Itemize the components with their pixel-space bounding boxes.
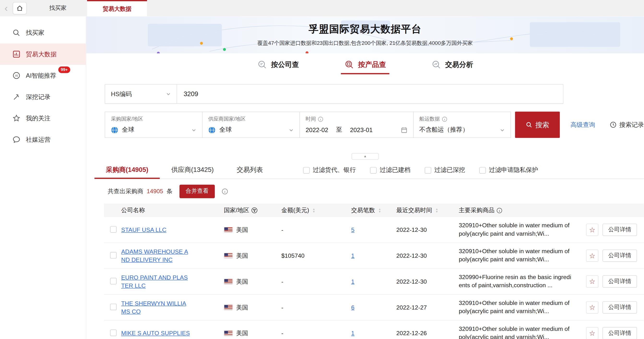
checkbox[interactable] bbox=[303, 167, 310, 173]
home-button[interactable] bbox=[13, 2, 26, 14]
search-history-link[interactable]: 搜索记录 bbox=[610, 121, 644, 129]
sidebar-item-label: 深挖记录 bbox=[26, 93, 51, 101]
tab-suppliers[interactable]: 供应商(13425) bbox=[160, 162, 225, 178]
column-header-deals[interactable]: 交易笔数 ▲▼ bbox=[351, 206, 396, 214]
company-link[interactable]: ADAMS WAREHOUSE AND DELIVERY INC bbox=[121, 247, 190, 264]
sort-icon[interactable]: ▲▼ bbox=[312, 208, 315, 213]
company-search-icon bbox=[257, 59, 267, 69]
row-checkbox[interactable] bbox=[110, 226, 116, 232]
column-label: 国家/地区 bbox=[224, 206, 249, 214]
info-icon[interactable] bbox=[222, 188, 228, 194]
checkbox[interactable] bbox=[370, 167, 377, 173]
amount-cell: - bbox=[282, 227, 351, 233]
amount-cell: - bbox=[282, 278, 351, 285]
table-row: THE SHERWYN WILLIAMS CO 美国 - 6 2022-12-2… bbox=[104, 295, 644, 321]
buyer-country-filter[interactable]: 采购国家/地区 全球 bbox=[104, 112, 202, 138]
company-link[interactable]: THE SHERWYN WILLIAMS CO bbox=[121, 299, 190, 316]
row-checkbox[interactable] bbox=[110, 252, 116, 258]
column-header-last-date[interactable]: 最近交易时间 ▲▼ bbox=[396, 206, 459, 214]
checkbox-cell bbox=[104, 330, 121, 337]
row-checkbox[interactable] bbox=[110, 330, 116, 336]
filter-privacy-protection[interactable]: 过滤申请隐私保护 bbox=[480, 166, 538, 174]
deals-count-link[interactable]: 1 bbox=[351, 253, 355, 259]
country-label: 美国 bbox=[236, 252, 248, 260]
column-header-country[interactable]: 国家/地区 bbox=[224, 206, 282, 214]
tab-trade-big-data[interactable]: 贸易大数据 bbox=[87, 0, 147, 16]
filter-forwarders-banks[interactable]: 过滤货代、银行 bbox=[303, 166, 356, 174]
sidebar-item-ai-recommend[interactable]: AI AI智能推荐 99+ bbox=[0, 65, 86, 86]
sidebar-item-my-follows[interactable]: 我的关注 bbox=[0, 107, 86, 129]
products-text: 320990+Fluorine resin as the basic ingre… bbox=[459, 274, 573, 290]
company-detail-button[interactable]: 公司详情 bbox=[602, 276, 637, 288]
search-query-input[interactable] bbox=[177, 84, 564, 104]
sidebar-item-social-media[interactable]: 社媒运营 bbox=[0, 129, 86, 150]
tab-search-by-company[interactable]: 按公司查 bbox=[257, 59, 299, 74]
company-link[interactable]: MIKE S AUTO SUPPLIES bbox=[121, 329, 190, 338]
products-cell: 320910+Other soluble in water medium of … bbox=[459, 222, 582, 238]
deals-count-link[interactable]: 6 bbox=[351, 304, 355, 311]
row-checkbox[interactable] bbox=[110, 278, 116, 284]
sort-icon[interactable]: ▲▼ bbox=[435, 208, 438, 213]
filter-label: 船运数据 bbox=[420, 116, 440, 123]
back-chevron-icon[interactable]: ‹ bbox=[0, 0, 12, 16]
search-button[interactable]: 搜索 bbox=[515, 112, 560, 138]
sidebar-item-find-buyers[interactable]: 找买家 bbox=[0, 22, 86, 43]
deals-count-link[interactable]: 1 bbox=[351, 330, 355, 336]
sidebar-item-dig-records[interactable]: 深挖记录 bbox=[0, 86, 86, 107]
company-detail-button[interactable]: 公司详情 bbox=[602, 327, 637, 339]
tab-label: 交易列表 bbox=[236, 166, 263, 175]
map-dot bbox=[223, 48, 226, 51]
time-range-filter[interactable]: 时间 2022-02 至 2023-01 bbox=[300, 112, 414, 138]
tab-label: 按公司查 bbox=[271, 60, 299, 69]
tab-search-by-product[interactable]: 按产品查 bbox=[344, 59, 386, 74]
hs-code-select[interactable]: HS编码 bbox=[104, 84, 177, 104]
filter-deep-dug[interactable]: 过滤已深挖 bbox=[425, 166, 465, 174]
tab-label: 交易分析 bbox=[445, 60, 473, 69]
row-checkbox[interactable] bbox=[110, 304, 116, 310]
tab-buyers[interactable]: 采购商(14905) bbox=[94, 162, 160, 178]
tab-trade-analysis[interactable]: 交易分析 bbox=[431, 59, 473, 74]
tab-find-buyers[interactable]: 找买家 bbox=[29, 0, 87, 16]
actions-cell: ☆ 公司详情 bbox=[582, 276, 637, 288]
tab-transactions[interactable]: 交易列表 bbox=[225, 162, 274, 178]
supplier-country-filter[interactable]: 供应商国家/地区 全球 bbox=[202, 112, 300, 138]
country-label: 美国 bbox=[236, 330, 248, 337]
column-header-amount[interactable]: 金额(美元) ▲▼ bbox=[282, 206, 351, 214]
advanced-search-link[interactable]: 高级查询 bbox=[570, 121, 595, 129]
favorite-star-button[interactable]: ☆ bbox=[586, 301, 598, 313]
company-detail-button[interactable]: 公司详情 bbox=[602, 250, 637, 262]
filter-value: 不含船运（推荐） bbox=[420, 126, 468, 134]
sort-icon[interactable]: ▲▼ bbox=[378, 208, 381, 213]
last-date-cell: 2022-12-26 bbox=[396, 330, 459, 336]
banner-subtitle: 覆盖47个国家进口数据和23国出口数据,包含200个国家, 21亿条贸易数据,4… bbox=[86, 39, 644, 47]
merge-view-button[interactable]: 合并查看 bbox=[180, 184, 215, 198]
summary-count: 14905 bbox=[146, 188, 163, 194]
shipping-data-filter[interactable]: 船运数据 不含船运（推荐） bbox=[413, 112, 511, 138]
sidebar-item-trade-big-data[interactable]: 贸易大数据 bbox=[0, 43, 86, 65]
favorite-star-button[interactable]: ☆ bbox=[586, 276, 598, 288]
products-text: 320910+Other soluble in water medium of … bbox=[459, 222, 573, 238]
company-link[interactable]: EURO PAINT AND PLASTER LLC bbox=[121, 273, 190, 290]
deals-count-link[interactable]: 1 bbox=[351, 278, 355, 285]
company-link[interactable]: STAUF USA LLC bbox=[121, 226, 166, 234]
company-detail-button[interactable]: 公司详情 bbox=[602, 224, 637, 236]
deals-count-link[interactable]: 5 bbox=[351, 227, 355, 233]
company-cell: ADAMS WAREHOUSE AND DELIVERY INC bbox=[121, 247, 224, 264]
favorite-star-button[interactable]: ☆ bbox=[586, 250, 598, 262]
collapse-panel-toggle[interactable]: ▲ bbox=[352, 153, 379, 159]
results-tab-bar: 采购商(14905) 供应商(13425) 交易列表 过滤货代、银行 过滤已建档 bbox=[94, 162, 644, 179]
info-icon[interactable] bbox=[496, 207, 502, 213]
home-icon bbox=[16, 5, 23, 11]
main-content: 孚盟国际贸易大数据平台 覆盖47个国家进口数据和23国出口数据,包含200个国家… bbox=[86, 16, 644, 339]
favorite-star-button[interactable]: ☆ bbox=[586, 224, 598, 236]
sidebar-item-label: 社媒运营 bbox=[26, 136, 51, 144]
company-cell: STAUF USA LLC bbox=[121, 226, 224, 234]
analysis-icon bbox=[431, 59, 441, 69]
filter-funnel-icon[interactable] bbox=[252, 207, 258, 213]
checkbox-label: 过滤申请隐私保护 bbox=[489, 166, 538, 174]
company-detail-button[interactable]: 公司详情 bbox=[602, 301, 637, 313]
checkbox[interactable] bbox=[480, 167, 486, 173]
favorite-star-button[interactable]: ☆ bbox=[586, 327, 598, 339]
checkbox[interactable] bbox=[425, 167, 431, 173]
filter-archived[interactable]: 过滤已建档 bbox=[370, 166, 410, 174]
